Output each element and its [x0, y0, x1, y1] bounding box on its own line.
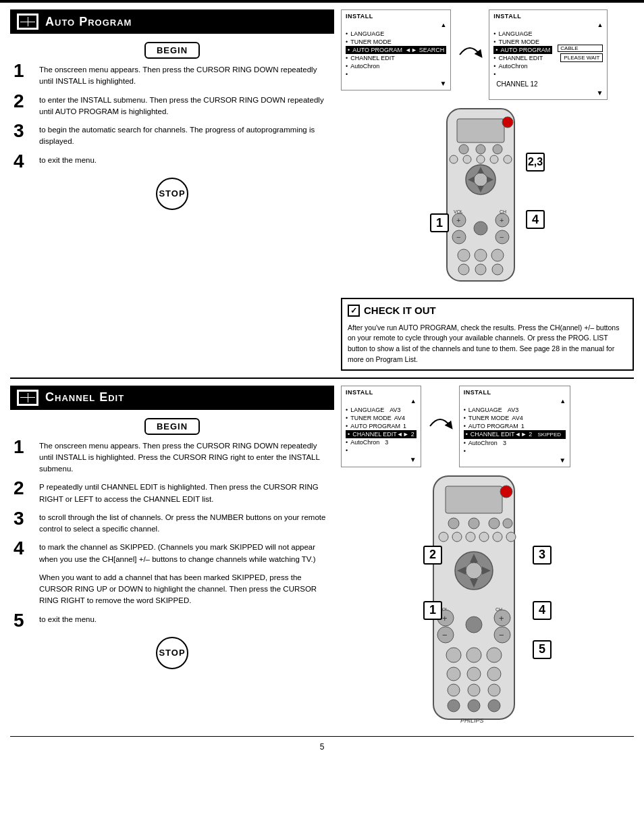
auto-program-step-1: 1 The onscreen menu appears. Then press …	[14, 64, 331, 88]
channel-edit-left: Channel Edit BEGIN 1 The onscreen menu a…	[10, 386, 334, 729]
ce-screen1-title: INSTALL	[346, 389, 417, 396]
page-number: 5	[10, 736, 634, 757]
check-it-out-title-t: T	[430, 303, 436, 319]
auto-program-step-2: 2 to enter the INSTALL submenu. Then pre…	[14, 95, 331, 118]
svg-point-44	[479, 532, 489, 542]
begin-button-channel[interactable]: BEGIN	[144, 418, 200, 435]
svg-text:−: −	[456, 233, 460, 241]
svg-point-69	[487, 667, 501, 681]
channel-edit-remote-area: VOL CH + − + −	[341, 473, 634, 729]
begin-button-auto[interactable]: BEGIN	[144, 42, 200, 59]
channel-edit-steps: 1 The onscreen menu appears. Then press …	[10, 440, 334, 630]
svg-rect-35	[446, 486, 502, 513]
ce-s2-blank: •	[464, 447, 566, 455]
ce-s1-tuner: •TUNER MODE AV4	[346, 414, 417, 422]
channel-edit-right: INSTALL ▲ •LANGUAGE AV3 •TUNER MODE AV4 …	[341, 386, 634, 729]
step-number-1: 1	[14, 61, 34, 80]
screen2-title: INSTALL	[493, 13, 603, 20]
screen2-item-chanedit: •CHANNEL EDIT	[493, 54, 552, 62]
ce-remote-step-2: 2	[423, 546, 442, 565]
screen2-item-tuner: •TUNER MODE	[493, 38, 552, 46]
screen1-item-blank: •	[346, 70, 446, 78]
please-wait: PLEASE WAIT	[560, 53, 603, 62]
check-it-out-header: ✓ CHECK IT OUT	[348, 303, 627, 319]
svg-point-66	[487, 648, 502, 662]
stop-wrap-channel: STOP	[10, 637, 334, 669]
ce-s2-autoprog: •AUTO PROGRAM 1	[464, 422, 566, 430]
svg-point-71	[468, 684, 480, 696]
ce-step-num-4: 4	[14, 539, 34, 558]
svg-point-2	[502, 117, 513, 128]
svg-point-31	[477, 155, 485, 163]
screens-arrow-connector	[456, 9, 483, 100]
screen2-item-autoprog: •AUTO PROGRAM	[493, 46, 552, 54]
check-icon: ✓	[348, 305, 360, 317]
svg-point-48	[466, 563, 482, 579]
ce-s2-language: •LANGUAGE AV3	[464, 406, 566, 414]
remote-step-23: 2,3	[526, 153, 545, 172]
step-number-3: 3	[14, 122, 34, 140]
ce-remote-step-1: 1	[423, 601, 442, 620]
screen1-title: INSTALL	[346, 13, 446, 20]
screen2-item-language: •LANGUAGE	[493, 30, 552, 38]
svg-point-70	[448, 684, 460, 696]
stop-button-auto[interactable]: STOP	[156, 178, 188, 210]
auto-program-remote-area: VOL CH + − + −	[341, 105, 634, 294]
svg-rect-1	[457, 119, 504, 142]
svg-point-68	[467, 667, 481, 681]
svg-point-24	[475, 264, 486, 275]
svg-text:+: +	[456, 216, 460, 224]
svg-point-22	[491, 249, 504, 261]
ce-step-num-2: 2	[14, 479, 34, 498]
skipped-badge: SKIPPED	[535, 431, 564, 438]
stop-button-channel[interactable]: STOP	[156, 637, 188, 669]
auto-program-section: Auto Program BEGIN 1 The onscreen menu a…	[10, 9, 634, 371]
screen1-item-autoprog: •AUTO PROGRAM ◄► SEARCH	[346, 46, 446, 54]
ce-s2-tuner: •TUNER MODE AV4	[464, 414, 566, 422]
channel-edit-header: Channel Edit	[10, 386, 334, 410]
screen1-item-language: •LANGUAGE	[346, 30, 446, 38]
channel-edit-step-5: 5 to exit the menu.	[14, 614, 331, 630]
auto-program-steps: 1 The onscreen menu appears. Then press …	[10, 64, 334, 171]
ce-s1-language: •LANGUAGE AV3	[346, 406, 417, 414]
step-text-1: The onscreen menu appears. Then press th…	[39, 64, 331, 88]
page-content: Auto Program BEGIN 1 The onscreen menu a…	[0, 3, 644, 764]
ce-remote-step-3: 3	[533, 546, 552, 565]
svg-point-63	[466, 617, 482, 633]
svg-point-32	[490, 155, 498, 163]
stop-wrap-auto: STOP	[10, 178, 334, 210]
svg-text:+: +	[442, 613, 448, 623]
svg-point-46	[506, 532, 516, 542]
channel-edit-section: Channel Edit BEGIN 1 The onscreen menu a…	[10, 386, 634, 729]
ce-remote-step-4: 4	[533, 601, 552, 620]
ce-step-text-4b: When you want to add a channel that has …	[39, 572, 331, 607]
svg-point-65	[466, 648, 481, 662]
svg-point-39	[489, 518, 500, 529]
step-text-3: to begin the automatic search for channe…	[39, 124, 331, 148]
svg-point-30	[463, 155, 471, 163]
ce-s2-down-arrow: ▼	[464, 457, 566, 464]
channel-edit-title: Channel Edit	[45, 390, 124, 405]
svg-point-67	[447, 667, 460, 681]
channel-edit-step-1: 1 The onscreen menu appears. Then press …	[14, 440, 331, 475]
auto-program-screen2: INSTALL ▲ •LANGUAGE •TUNER MODE •AUTO PR…	[489, 9, 608, 100]
step-number-4: 4	[14, 152, 34, 171]
ce-step-text-4: to mark the channel as SKIPPED. (Channel…	[39, 542, 331, 565]
remote-svg-auto: VOL CH + − + −	[433, 105, 528, 294]
auto-program-left: Auto Program BEGIN 1 The onscreen menu a…	[10, 9, 334, 371]
screen1-down-arrow: ▼	[346, 80, 446, 87]
svg-point-64	[446, 648, 461, 662]
screen1-item-chanedit: •CHANNEL EDIT	[346, 54, 446, 62]
ce-s2-chanedit: •CHANNEL EDIT ◄► 2 SKIPPED	[464, 430, 566, 439]
auto-program-step-3: 3 to begin the automatic search for chan…	[14, 124, 331, 148]
svg-point-21	[475, 249, 487, 261]
ce-s2-autochron: •AutoChron 3	[464, 439, 566, 447]
svg-text:PHILIPS: PHILIPS	[460, 717, 484, 724]
svg-point-38	[468, 518, 479, 529]
ce-screens-arrow	[427, 386, 454, 467]
svg-point-25	[492, 264, 503, 275]
ce-step-num-1: 1	[14, 438, 34, 457]
svg-point-28	[493, 145, 502, 154]
cable-badge: CABLE	[558, 45, 603, 52]
svg-text:−: −	[499, 630, 504, 640]
